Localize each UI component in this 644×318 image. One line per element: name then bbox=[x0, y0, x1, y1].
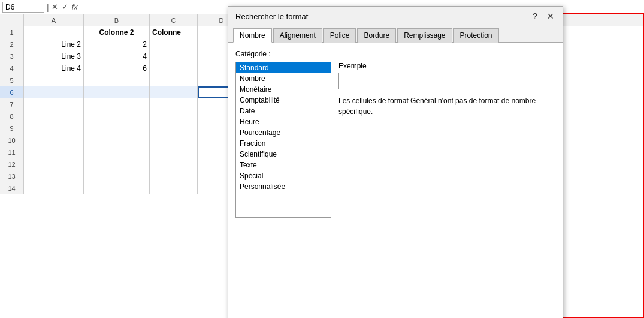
cell-b2[interactable]: 2 bbox=[84, 38, 150, 50]
cell-b5[interactable] bbox=[84, 74, 150, 86]
category-item-heure[interactable]: Heure bbox=[236, 116, 331, 127]
row-num-2[interactable]: 2 bbox=[0, 38, 24, 50]
cell-b1[interactable]: Colonne 2 bbox=[84, 26, 150, 38]
cell-c4[interactable] bbox=[150, 62, 198, 74]
insert-function-icon[interactable]: fx bbox=[72, 2, 78, 11]
tab-alignement[interactable]: Alignement bbox=[273, 28, 322, 43]
cell-c13[interactable] bbox=[150, 170, 198, 182]
tab-police[interactable]: Police bbox=[323, 28, 356, 43]
row-num-8[interactable]: 8 bbox=[0, 110, 24, 122]
cell-b13[interactable] bbox=[84, 170, 150, 182]
category-item-personnalisee[interactable]: Personnalisée bbox=[236, 181, 331, 192]
cell-a2[interactable]: Line 2 bbox=[24, 38, 84, 50]
row-num-4[interactable]: 4 bbox=[0, 62, 24, 74]
cell-b14[interactable] bbox=[84, 182, 150, 194]
cell-c11[interactable] bbox=[150, 146, 198, 158]
cell-b7[interactable] bbox=[84, 98, 150, 110]
row-num-13[interactable]: 13 bbox=[0, 170, 24, 182]
col-header-a[interactable]: A bbox=[24, 14, 84, 26]
category-item-scientifique[interactable]: Scientifique bbox=[236, 149, 331, 160]
row-num-11[interactable]: 11 bbox=[0, 146, 24, 158]
corner-cell bbox=[0, 14, 24, 26]
cell-c5[interactable] bbox=[150, 74, 198, 86]
cell-b9[interactable] bbox=[84, 122, 150, 134]
dialog-close-button[interactable]: ✕ bbox=[545, 10, 557, 22]
dialog-help-button[interactable]: ? bbox=[529, 10, 541, 22]
row-num-14[interactable]: 14 bbox=[0, 182, 24, 194]
tab-nombre[interactable]: Nombre bbox=[233, 28, 272, 43]
row-num-1[interactable]: 1 bbox=[0, 26, 24, 38]
cell-c6[interactable] bbox=[150, 86, 198, 98]
category-item-texte[interactable]: Texte bbox=[236, 160, 331, 170]
cell-a6[interactable] bbox=[24, 86, 84, 98]
row-num-3[interactable]: 3 bbox=[0, 50, 24, 62]
dialog-controls: ? ✕ bbox=[529, 10, 557, 22]
cell-b12[interactable] bbox=[84, 158, 150, 170]
cell-reference-box[interactable] bbox=[2, 2, 44, 13]
example-preview-box bbox=[338, 73, 555, 89]
cell-a9[interactable] bbox=[24, 122, 84, 134]
confirm-formula-icon[interactable]: ✓ bbox=[62, 2, 68, 11]
tab-remplissage[interactable]: Remplissage bbox=[397, 28, 452, 43]
cell-c9[interactable] bbox=[150, 122, 198, 134]
category-item-special[interactable]: Spécial bbox=[236, 170, 331, 181]
cell-b4[interactable]: 6 bbox=[84, 62, 150, 74]
format-description: Les cellules de format Général n'ont pas… bbox=[338, 95, 555, 117]
content-area: Standard Nombre Monétaire Comptabilité D… bbox=[235, 62, 555, 218]
dialog-title: Rechercher le format bbox=[235, 12, 308, 21]
cell-a13[interactable] bbox=[24, 170, 84, 182]
category-item-fraction[interactable]: Fraction bbox=[236, 138, 331, 149]
cell-c10[interactable] bbox=[150, 134, 198, 146]
formula-separator: | bbox=[47, 2, 49, 12]
cell-a3[interactable]: Line 3 bbox=[24, 50, 84, 62]
cell-b10[interactable] bbox=[84, 134, 150, 146]
find-format-dialog: Rechercher le format ? ✕ Nombre Aligneme… bbox=[228, 6, 563, 318]
cell-a8[interactable] bbox=[24, 110, 84, 122]
row-num-9[interactable]: 9 bbox=[0, 122, 24, 134]
cell-c14[interactable] bbox=[150, 182, 198, 194]
cell-a12[interactable] bbox=[24, 158, 84, 170]
example-label: Exemple bbox=[338, 62, 555, 70]
category-item-date[interactable]: Date bbox=[236, 106, 331, 116]
cell-a1[interactable] bbox=[24, 26, 84, 38]
formula-icons: ✕ ✓ fx bbox=[52, 2, 78, 11]
category-item-comptabilite[interactable]: Comptabilité bbox=[236, 95, 331, 106]
row-num-5[interactable]: 5 bbox=[0, 74, 24, 86]
category-item-standard[interactable]: Standard bbox=[236, 62, 331, 73]
cell-c8[interactable] bbox=[150, 110, 198, 122]
row-num-6[interactable]: 6 bbox=[0, 86, 24, 98]
cancel-formula-icon[interactable]: ✕ bbox=[52, 2, 58, 11]
cell-c7[interactable] bbox=[150, 98, 198, 110]
dialog-tabs: Nombre Alignement Police Bordure Remplis… bbox=[228, 25, 563, 43]
cell-a10[interactable] bbox=[24, 134, 84, 146]
row-num-7[interactable]: 7 bbox=[0, 98, 24, 110]
row-headers: 1 2 3 4 5 6 7 8 9 10 11 12 13 14 bbox=[0, 26, 24, 194]
cell-c2[interactable] bbox=[150, 38, 198, 50]
category-item-nombre[interactable]: Nombre bbox=[236, 73, 331, 84]
category-item-pourcentage[interactable]: Pourcentage bbox=[236, 127, 331, 138]
category-item-monetaire[interactable]: Monétaire bbox=[236, 84, 331, 95]
dialog-body: Catégorie : Standard Nombre Monétaire Co… bbox=[228, 43, 563, 318]
row-num-12[interactable]: 12 bbox=[0, 158, 24, 170]
dialog-titlebar: Rechercher le format ? ✕ bbox=[228, 7, 563, 25]
cell-c12[interactable] bbox=[150, 158, 198, 170]
col-header-b[interactable]: B bbox=[84, 14, 150, 26]
cell-c1[interactable]: Colonne bbox=[150, 26, 198, 38]
tab-protection[interactable]: Protection bbox=[453, 28, 499, 43]
cell-b3[interactable]: 4 bbox=[84, 50, 150, 62]
cell-a11[interactable] bbox=[24, 146, 84, 158]
cell-b8[interactable] bbox=[84, 110, 150, 122]
row-num-10[interactable]: 10 bbox=[0, 134, 24, 146]
cell-a14[interactable] bbox=[24, 182, 84, 194]
tab-bordure[interactable]: Bordure bbox=[357, 28, 396, 43]
category-label: Catégorie : bbox=[235, 50, 555, 58]
col-header-c[interactable]: C bbox=[150, 14, 198, 26]
format-details-panel: Exemple Les cellules de format Général n… bbox=[338, 62, 555, 218]
cell-b11[interactable] bbox=[84, 146, 150, 158]
cell-a4[interactable]: Line 4 bbox=[24, 62, 84, 74]
cell-a5[interactable] bbox=[24, 74, 84, 86]
cell-c3[interactable] bbox=[150, 50, 198, 62]
category-list[interactable]: Standard Nombre Monétaire Comptabilité D… bbox=[235, 62, 331, 218]
cell-a7[interactable] bbox=[24, 98, 84, 110]
cell-b6[interactable] bbox=[84, 86, 150, 98]
